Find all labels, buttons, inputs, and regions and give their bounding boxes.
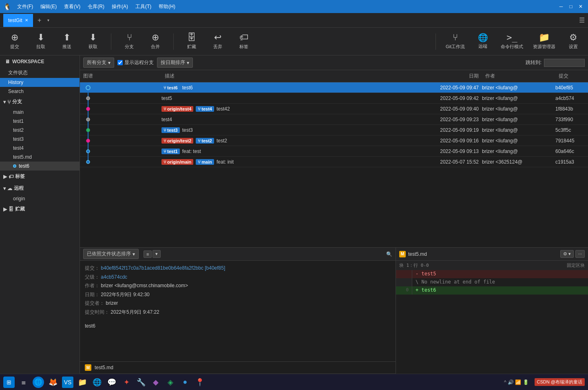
menu-repo[interactable]: 仓库(R) — [84, 2, 108, 12]
branch-test6[interactable]: test6 — [0, 162, 80, 171]
stash-expand-icon: ▶ — [3, 206, 7, 212]
sidebar-search[interactable]: Search — [0, 87, 80, 96]
sort-label: 按日期排序 — [161, 59, 185, 66]
diff-settings-btn[interactable]: ⚙ ▾ — [560, 250, 574, 258]
new-tab-dropdown[interactable]: ▾ — [45, 16, 52, 25]
commit-hash-link[interactable]: b40ef8542f17c0a7b1aced81be0b64e8fa2f2bbc… — [101, 265, 225, 271]
toolbar-commit[interactable]: ⊕ 提交 — [7, 33, 23, 50]
toolbar-pull[interactable]: ⬇ 拉取 — [33, 33, 49, 50]
svg-point-8 — [86, 118, 90, 121]
taskbar-app3[interactable]: ◆ — [150, 377, 161, 388]
jump-to-label: 跳转到: — [526, 59, 542, 66]
branch-test4-label: test4 — [13, 145, 24, 151]
remote-origin[interactable]: origin — [0, 194, 80, 203]
file-item[interactable]: M test5.md — [80, 362, 396, 374]
commit-date-1: 2022-05-09 09:47 — [417, 85, 482, 91]
minimize-button[interactable]: ─ — [557, 2, 565, 11]
commit-row[interactable]: ⑂ origin/test4 ⑂ test4 test42 2022-05-09… — [80, 104, 588, 114]
menu-help[interactable]: 帮助(H) — [155, 2, 179, 12]
commit-row[interactable]: test5 2022-05-09 09:42 brizer <liufang@ … — [80, 93, 588, 104]
branch-test2[interactable]: test2 — [0, 126, 80, 135]
jump-to-input[interactable] — [544, 59, 585, 67]
commit-row[interactable]: ⑂ test1 feat: test 2022-05-09 09:13 briz… — [80, 146, 588, 157]
diff-line-content-removed: - test5 — [412, 270, 588, 278]
commit-row[interactable]: ⑂ test3 test3 2022-05-09 09:19 brizer <l… — [80, 125, 588, 135]
toolbar-push[interactable]: ⬆ 推送 — [59, 33, 75, 50]
file-type-icon: M — [85, 364, 91, 371]
commit-row[interactable]: ⑂ test6 test6 2022-05-09 09:47 brizer <l… — [80, 82, 588, 93]
discard-icon: ↩ — [214, 33, 221, 42]
svg-point-14 — [86, 150, 90, 153]
toolbar-remote[interactable]: 🌐 远端 — [475, 33, 491, 49]
remotes-group-header[interactable]: ▾ ☁ 远程 — [0, 182, 80, 194]
taskbar-app5[interactable]: ● — [179, 377, 191, 388]
branch-test4[interactable]: test4 — [0, 144, 80, 153]
commit-row[interactable]: ⑂ origin/main ⑂ main feat: init 2022-05-… — [80, 157, 588, 167]
taskbar-vscode[interactable]: VS — [62, 377, 73, 388]
diff-more-btn[interactable]: ··· — [575, 250, 585, 258]
menu-edit[interactable]: 编辑(E) — [37, 2, 60, 12]
fetch-label: 获取 — [88, 44, 97, 50]
menu-file[interactable]: 文件(F) — [14, 2, 36, 12]
active-tab[interactable]: testGit ✕ — [3, 14, 33, 27]
taskbar-firefox[interactable]: 🦊 — [47, 377, 59, 388]
taskbar-chrome[interactable]: 🌐 — [91, 377, 103, 388]
search-icon[interactable]: 🔍 — [386, 251, 392, 257]
sidebar-file-status[interactable]: 文件状态 — [0, 68, 80, 78]
origin-main-icon: ⑂ — [164, 160, 166, 164]
maximize-button[interactable]: □ — [567, 2, 575, 11]
diff-line-num-removed — [396, 270, 412, 278]
toolbar-terminal[interactable]: >_ 命令行模式 — [501, 33, 523, 50]
sort-chevron: ▾ — [187, 60, 189, 66]
taskbar-app4[interactable]: ◈ — [165, 377, 176, 388]
toolbar-merge[interactable]: ⊕ 合并 — [147, 33, 164, 50]
menu-action[interactable]: 操作(A) — [108, 2, 131, 12]
commit-row[interactable]: ⑂ origin/test2 ⑂ test2 test2 2022-05-09 … — [80, 135, 588, 146]
sidebar-history[interactable]: History — [0, 78, 80, 87]
toolbar-fetch[interactable]: ⬇ 获取 — [85, 33, 101, 50]
show-remote-checkbox[interactable] — [117, 60, 123, 65]
fixed-block-btn[interactable]: 固定区块 — [567, 262, 585, 268]
taskbar-app1[interactable]: ✦ — [121, 377, 132, 388]
taskview-button[interactable]: ≣ — [18, 377, 29, 388]
tags-group-header[interactable]: ▶ 🏷 标签 — [0, 171, 80, 182]
menu-tools[interactable]: 工具(T) — [132, 2, 155, 12]
parent-hash-link[interactable]: a4cb574cdc — [101, 274, 127, 280]
commit-graph-4 — [80, 114, 161, 125]
menu-view[interactable]: 查看(V) — [61, 2, 84, 12]
taskbar-wechat[interactable]: 💬 — [106, 377, 117, 388]
toolbar-stash[interactable]: 🗄 贮藏 — [183, 33, 200, 50]
svg-point-4 — [86, 97, 90, 100]
toolbar-discard[interactable]: ↩ 丢弃 — [210, 33, 226, 50]
taskbar-app2[interactable]: 🔧 — [135, 377, 147, 388]
branch-test1[interactable]: test1 — [0, 117, 80, 126]
toolbar-branch[interactable]: ⑂ 分支 — [121, 33, 137, 50]
list-view-btn[interactable]: ≡ — [144, 250, 152, 258]
toolbar-explorer[interactable]: 📁 资源管理器 — [533, 33, 555, 50]
branch-main[interactable]: main — [0, 108, 80, 117]
show-remote-checkbox-label[interactable]: 显示远程分支 — [117, 59, 154, 66]
close-button[interactable]: ✕ — [577, 2, 585, 11]
search-label: Search — [8, 89, 24, 94]
branch-test5[interactable]: test5.md — [0, 153, 80, 162]
stash-group-header[interactable]: ▶ 🗄 贮藏 — [0, 203, 80, 215]
taskbar-explorer[interactable]: 📁 — [77, 377, 88, 388]
branches-group-header[interactable]: ▾ ⑂ 分支 — [0, 96, 80, 108]
toolbar-tag[interactable]: 🏷 标签 — [236, 33, 252, 50]
tree-view-btn[interactable]: ▾ — [153, 250, 161, 258]
taskbar-maps[interactable]: 📍 — [194, 377, 206, 388]
toolbar-sep-3 — [435, 33, 436, 50]
bottom-left-panel: 已依照文件状态排序 ▾ ≡ ▾ 🔍 提交： b40ef8542f17c0a7b1… — [80, 248, 396, 374]
branch-filter-dropdown[interactable]: 所有分支 ▾ — [83, 58, 114, 68]
menu-button[interactable]: ☰ — [579, 16, 585, 24]
tab-close-button[interactable]: ✕ — [25, 18, 28, 22]
commit-row[interactable]: test4 2022-05-09 09:23 brizer <liufang@ … — [80, 114, 588, 125]
sort-dropdown[interactable]: 按日期排序 ▾ — [157, 58, 193, 68]
new-tab-button[interactable]: + — [35, 16, 44, 25]
start-button[interactable]: ⊞ — [3, 377, 15, 388]
branch-test3[interactable]: test3 — [0, 135, 80, 144]
file-sort-dropdown[interactable]: 已依照文件状态排序 ▾ — [83, 249, 139, 259]
taskbar-edge[interactable]: 🌐 — [33, 377, 44, 388]
toolbar-settings[interactable]: ⚙ 设置 — [565, 33, 581, 50]
toolbar-gitflow[interactable]: ⑂ Git工作流 — [446, 33, 465, 50]
